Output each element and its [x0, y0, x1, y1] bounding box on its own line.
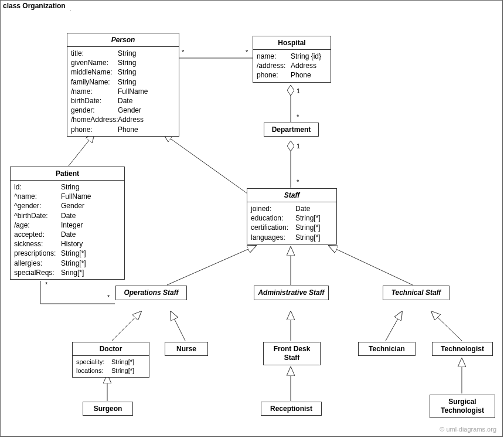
- mult-hospital-side: *: [246, 49, 248, 56]
- class-person: Person title:String givenName:String mid…: [67, 33, 179, 137]
- class-staff: Staff joined:Date education:String[*] ce…: [247, 188, 337, 245]
- class-technical-staff: Technical Staff: [383, 286, 449, 300]
- class-title: Front Desk Staff: [264, 342, 320, 365]
- class-receptionist: Receptionist: [261, 402, 322, 416]
- class-attributes: joined:Date education:String[*] certific…: [247, 202, 336, 244]
- class-department: Department: [264, 123, 319, 137]
- class-title: Technologist: [433, 342, 492, 355]
- svg-line-7: [329, 246, 413, 285]
- svg-line-11: [386, 311, 402, 341]
- svg-line-12: [431, 311, 462, 341]
- svg-line-4: [164, 134, 247, 193]
- class-title: Person: [67, 33, 179, 47]
- svg-line-9: [171, 311, 185, 341]
- class-attributes: id:String ^name:FullName ^gender:Gender …: [11, 181, 124, 279]
- mult-dept-star: *: [297, 113, 299, 120]
- class-title: Receptionist: [261, 402, 321, 415]
- svg-line-3: [69, 134, 94, 166]
- mult-dept-1: 1: [297, 142, 300, 150]
- class-title: Department: [264, 123, 318, 136]
- watermark: © uml-diagrams.org: [440, 426, 496, 433]
- class-attributes: title:String givenName:String middleName…: [67, 47, 179, 136]
- class-patient: Patient id:String ^name:FullName ^gender…: [10, 167, 125, 280]
- class-title: Nurse: [165, 342, 207, 355]
- mult-staff-star: *: [297, 178, 299, 185]
- mult-patient-star: *: [45, 281, 47, 288]
- class-title: Hospital: [253, 36, 331, 50]
- class-attributes: name:String {id} /address:Address phone:…: [253, 50, 331, 82]
- class-surgical-technologist: Surgical Technologist: [430, 395, 495, 418]
- class-title: Administrative Staff: [254, 286, 328, 300]
- class-title: Staff: [247, 189, 336, 202]
- class-title: Technician: [359, 342, 415, 355]
- frame-title: class Organization: [3, 2, 66, 10]
- class-title: Technical Staff: [383, 286, 449, 300]
- mult-ops-star: *: [107, 294, 110, 301]
- svg-line-8: [112, 311, 141, 341]
- class-hospital: Hospital name:String {id} /address:Addre…: [253, 36, 331, 83]
- class-technologist: Technologist: [432, 342, 493, 356]
- class-title: Patient: [11, 167, 124, 181]
- class-doctor: Doctor speciality:String[*] locations:St…: [72, 342, 149, 378]
- class-title: Surgical Technologist: [430, 395, 495, 417]
- class-front-desk-staff: Front Desk Staff: [263, 342, 321, 365]
- svg-line-5: [167, 246, 256, 285]
- class-surgeon: Surgeon: [83, 402, 133, 416]
- class-attributes: speciality:String[*] locations:String[*]: [73, 356, 149, 377]
- class-nurse: Nurse: [165, 342, 208, 356]
- class-technician: Technician: [358, 342, 416, 356]
- frame-title-tab: class Organization: [0, 0, 71, 11]
- class-title: Surgeon: [83, 402, 132, 415]
- class-administrative-staff: Administrative Staff: [254, 286, 329, 300]
- mult-person-side: *: [182, 49, 184, 56]
- class-title: Doctor: [73, 342, 149, 356]
- uml-frame: class Organization: [0, 0, 503, 437]
- class-operations-staff: Operations Staff: [115, 286, 187, 300]
- mult-hosp-1: 1: [297, 87, 300, 94]
- class-title: Operations Staff: [116, 286, 186, 300]
